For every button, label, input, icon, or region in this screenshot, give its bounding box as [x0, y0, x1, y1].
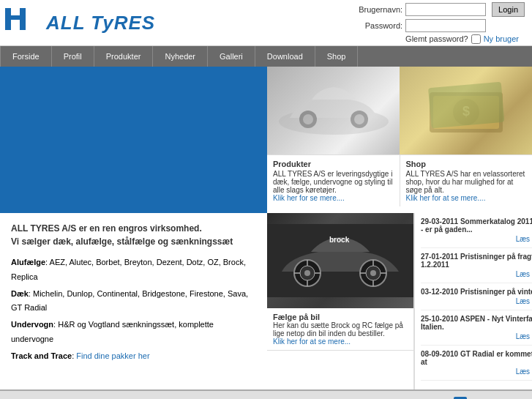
- forgot-row: Glemt password? Ny bruger: [348, 34, 519, 44]
- news-item: 25-10-2010 ASPEN - Nyt Vinterfalg fra It…: [421, 315, 532, 346]
- right-info-boxes: Produkter ALL TYRES A/S er leveringsdygt…: [267, 154, 532, 206]
- news-read-more-link[interactable]: Læs mere...: [421, 332, 532, 340]
- daek-item: Dæk: Michelin, Dunlop, Continental, Brid…: [11, 287, 256, 316]
- daek-label: Dæk: [11, 289, 29, 298]
- track-label: Track and Trace: [11, 351, 72, 360]
- products-info-box: Produkter ALL TYRES A/S er leveringsdygt…: [267, 155, 400, 206]
- svg-point-5: [303, 114, 313, 124]
- main-nav: Forside Profil Produkter Nyheder Galleri…: [0, 46, 532, 67]
- svg-point-7: [354, 114, 364, 124]
- undervogn-item: Undervogn: H&R og Vogtland sænkningssæt,…: [11, 318, 256, 347]
- nav-item-download[interactable]: Download: [255, 46, 315, 67]
- shop-link[interactable]: Klik her for at se mere....: [406, 194, 486, 202]
- forgot-label: Glemt password?: [405, 34, 468, 43]
- news-item: 03-12-2010 Pristisninger på vinterdækLæs…: [421, 288, 532, 310]
- wheel-info-box: Fælge på bil Her kan du sætte Brock og R…: [267, 308, 413, 351]
- svg-text:brock: brock: [329, 236, 350, 244]
- forgot-checkbox[interactable]: [471, 34, 481, 44]
- wheel-text: Her kan du sætte Brock og RC fælge på li…: [273, 321, 408, 338]
- middle-content: ALL TYRES A/S er en ren engros virksomhe…: [0, 213, 532, 389]
- news-read-more-link[interactable]: Læs mere...: [421, 297, 532, 305]
- main-heading-line1: ALL TYRES A/S er en ren engros virksomhe…: [11, 223, 202, 234]
- news-title: 29-03-2011 Sommerkatalog 2011/2012 - er …: [421, 217, 532, 234]
- money-image-box: $: [400, 67, 532, 154]
- news-read-more-link[interactable]: Læs mere...: [421, 270, 532, 278]
- undervogn-label: Undervogn: [11, 320, 53, 329]
- track-link[interactable]: Find dine pakker her: [76, 351, 149, 360]
- svg-rect-12: [428, 82, 504, 129]
- news-item: 29-03-2011 Sommerkatalog 2011/2012 - er …: [421, 217, 532, 248]
- nav-item-profil[interactable]: Profil: [52, 46, 94, 67]
- login-button[interactable]: Login: [492, 2, 525, 17]
- main-content: $ Produkter ALL TYRES A/S er leveringsdy…: [0, 67, 532, 389]
- news-item: 27-01-2011 Pristisninger på fragt pr. 1.…: [421, 253, 532, 283]
- wheel-car-svg: brock: [267, 224, 413, 297]
- featured-image-box: [0, 67, 267, 213]
- wheel-title: Fælge på bil: [273, 313, 408, 321]
- left-text-area: ALL TYRES A/S er en ren engros virksomhe…: [0, 213, 267, 389]
- news-title: 25-10-2010 ASPEN - Nyt Vinterfalg fra It…: [421, 315, 532, 331]
- login-area: Brugernavn: Login Password: Glemt passwo…: [348, 2, 525, 44]
- username-row: Brugernavn: Login: [348, 2, 525, 17]
- car-image-box: [267, 67, 400, 154]
- password-row: Password:: [348, 19, 486, 32]
- nav-item-produkter[interactable]: Produkter: [94, 46, 154, 67]
- daek-text: Michelin, Dunlop, Continental, Bridgesto…: [11, 289, 248, 313]
- svg-point-16: [304, 270, 310, 276]
- shop-title: Shop: [406, 160, 527, 168]
- logo-icon: [4, 7, 40, 40]
- new-user-link[interactable]: Ny bruger: [484, 34, 519, 43]
- news-title: 27-01-2011 Pristisninger på fragt pr. 1.…: [421, 253, 532, 269]
- main-heading-line2: Vi sælger dæk, alufælge, stålfælge og sæ…: [11, 236, 233, 247]
- shop-text: ALL TYRES A/S har en velassorteret shop,…: [406, 170, 527, 194]
- nav-item-nyheder[interactable]: Nyheder: [153, 46, 208, 67]
- right-top-area: $ Produkter ALL TYRES A/S er leveringsdy…: [267, 67, 532, 213]
- nav-item-galleri[interactable]: Galleri: [208, 46, 255, 67]
- username-label: Brugernavn:: [348, 5, 402, 14]
- news-item: 08-09-2010 GT Radial er kommet med atLæs…: [421, 350, 532, 381]
- top-content: $ Produkter ALL TYRES A/S er leveringsdy…: [0, 67, 532, 213]
- products-link[interactable]: Klik her for se mere....: [273, 194, 345, 202]
- alufaelge-item: Alufælge: AEZ, Alutec, Borbet, Breyton, …: [11, 256, 256, 285]
- alufaelge-text: AEZ, Alutec, Borbet, Breyton, Dezent, Do…: [11, 258, 246, 281]
- track-item: Track and Trace: Find dine pakker her: [11, 349, 256, 364]
- logo-area: ALL TyRES: [4, 7, 155, 40]
- wheel-section: brock Fælge på bil Her kan du sætte Broc…: [267, 213, 414, 389]
- news-column: 29-03-2011 Sommerkatalog 2011/2012 - er …: [414, 213, 532, 389]
- money-image-svg: $: [422, 81, 510, 140]
- wheel-link[interactable]: Klik her for at se mere...: [273, 338, 351, 346]
- nav-item-shop[interactable]: Shop: [315, 46, 359, 67]
- product-categories: Alufælge: AEZ, Alutec, Borbet, Breyton, …: [11, 256, 256, 364]
- top-images-row: $: [267, 67, 532, 154]
- car-image-svg: [275, 81, 392, 140]
- news-read-more-link[interactable]: Læs mere...: [421, 368, 532, 376]
- svg-marker-1: [20, 8, 26, 14]
- username-input[interactable]: [405, 3, 486, 16]
- shop-info-box: Shop ALL TYRES A/S har en velassorteret …: [400, 155, 533, 206]
- site-footer: ALL TYRES A/S | Lundsbjerg Industrivej 1…: [0, 389, 532, 399]
- news-read-more-link[interactable]: Læs mere...: [421, 235, 532, 243]
- wheel-image-box: brock: [267, 213, 413, 308]
- site-logo-text: ALL TyRES: [46, 12, 155, 34]
- svg-point-23: [370, 270, 376, 276]
- news-title: 03-12-2010 Pristisninger på vinterdæk: [421, 288, 532, 296]
- site-header: ALL TyRES Brugernavn: Login Password: Gl…: [0, 0, 532, 46]
- main-heading: ALL TYRES A/S er en ren engros virksomhe…: [11, 222, 256, 248]
- password-input[interactable]: [405, 19, 486, 32]
- alufaelge-label: Alufælge: [11, 258, 45, 266]
- products-text: ALL TYRES A/S er leveringsdygtige i dæk,…: [273, 170, 394, 194]
- right-middle-area: brock Fælge på bil Her kan du sætte Broc…: [267, 213, 532, 389]
- svg-marker-2: [11, 15, 20, 20]
- password-label: Password:: [348, 21, 402, 30]
- news-title: 08-09-2010 GT Radial er kommet med at: [421, 350, 532, 366]
- nav-item-forside[interactable]: Forside: [0, 46, 52, 67]
- products-title: Produkter: [273, 160, 394, 168]
